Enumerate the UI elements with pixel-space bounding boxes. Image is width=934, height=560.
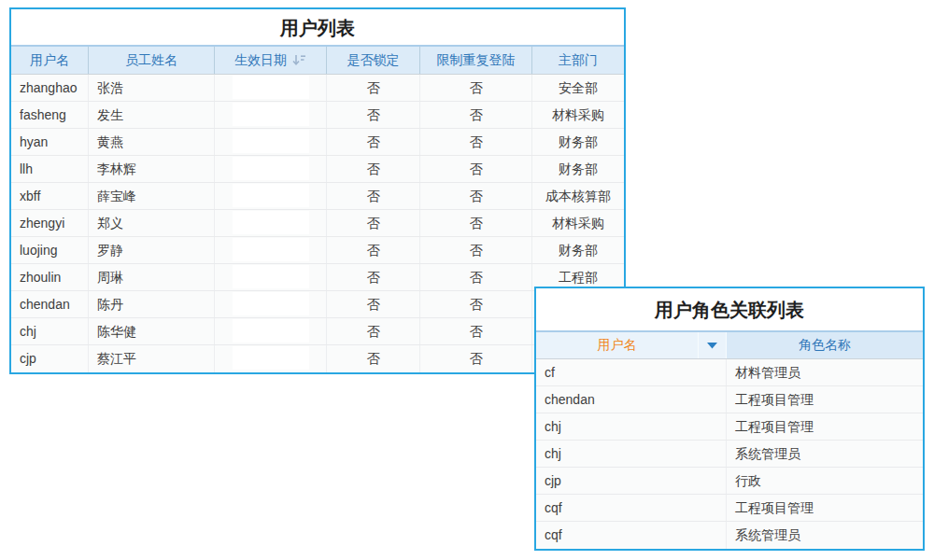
cell-effective-date	[215, 210, 327, 236]
cell-restrict-login: 否	[420, 237, 532, 263]
cell-effective-date	[215, 237, 327, 263]
cell-restrict-login: 否	[420, 210, 532, 236]
column-header-is-locked[interactable]: 是否锁定	[327, 47, 420, 74]
cell-department: 财务部	[532, 237, 624, 263]
cell-department: 材料采购	[532, 102, 624, 128]
cell-employee-name: 陈丹	[89, 291, 215, 317]
column-header-username-filtered[interactable]: 用户名	[536, 332, 699, 358]
user-list-header-row: 用户名 员工姓名 生效日期 是否锁定 限制重复登陆 主部门	[11, 45, 624, 75]
cell-employee-name: 李林辉	[89, 156, 215, 182]
cell-restrict-login: 否	[420, 183, 532, 209]
user-list-title: 用户列表	[11, 9, 624, 45]
date-input[interactable]	[233, 265, 309, 288]
table-row[interactable]: hyan 黄燕 否 否 财务部	[11, 129, 624, 156]
date-input[interactable]	[233, 292, 309, 315]
date-input[interactable]	[233, 76, 309, 99]
cell-username: fasheng	[11, 102, 89, 128]
cell-restrict-login: 否	[420, 102, 532, 128]
date-input[interactable]	[233, 211, 309, 234]
cell-effective-date	[215, 156, 327, 182]
date-input[interactable]	[233, 346, 309, 370]
cell-employee-name: 陈华健	[89, 318, 215, 344]
cell-username: zhanghao	[11, 75, 89, 101]
table-row[interactable]: zhoulin 周琳 否 否 工程部	[11, 264, 624, 291]
table-row[interactable]: chendan 陈丹 否 否	[11, 291, 624, 318]
filter-dropdown-button[interactable]	[699, 332, 727, 358]
chevron-down-icon	[707, 343, 717, 349]
cell-employee-name: 黄燕	[89, 129, 215, 155]
cell-username: chj	[536, 413, 727, 440]
table-row[interactable]: fasheng 发生 否 否 材料采购	[11, 102, 624, 129]
cell-username: cf	[536, 359, 727, 385]
cell-username: chj	[11, 318, 89, 344]
cell-effective-date	[215, 129, 327, 155]
cell-restrict-login: 否	[420, 264, 532, 290]
cell-username: chj	[536, 441, 727, 467]
cell-is-locked: 否	[327, 102, 420, 128]
column-header-username[interactable]: 用户名	[11, 47, 89, 74]
cell-restrict-login: 否	[420, 318, 532, 344]
table-row[interactable]: zhanghao 张浩 否 否 安全部	[11, 75, 624, 102]
cell-username: cqf	[536, 495, 727, 521]
cell-restrict-login: 否	[420, 291, 532, 317]
cell-restrict-login: 否	[420, 75, 532, 101]
date-input[interactable]	[233, 157, 309, 180]
cell-department: 材料采购	[532, 210, 624, 236]
column-header-role-name[interactable]: 角色名称	[727, 332, 923, 358]
cell-username: cjp	[536, 468, 727, 494]
table-row[interactable]: chj 工程项目管理	[536, 413, 923, 441]
cell-username: luojing	[11, 237, 89, 263]
table-row[interactable]: xbff 薛宝峰 否 否 成本核算部	[11, 183, 624, 210]
column-header-employee-name[interactable]: 员工姓名	[89, 47, 215, 74]
user-role-relation-title: 用户角色关联列表	[536, 288, 923, 330]
table-row[interactable]: llh 李林辉 否 否 财务部	[11, 156, 624, 183]
cell-effective-date	[215, 264, 327, 290]
cell-employee-name: 周琳	[89, 264, 215, 290]
cell-effective-date	[215, 75, 327, 101]
date-input[interactable]	[233, 103, 309, 126]
cell-role-name: 工程项目管理	[727, 413, 923, 440]
cell-username: cqf	[536, 522, 727, 549]
table-row[interactable]: zhengyi 郑义 否 否 材料采购	[11, 210, 624, 237]
column-header-label: 生效日期	[234, 52, 287, 67]
cell-is-locked: 否	[327, 156, 420, 182]
cell-role-name: 系统管理员	[727, 522, 923, 549]
table-row[interactable]: cjp 行政	[536, 468, 923, 495]
table-row[interactable]: cjp 蔡江平 否 否	[11, 345, 624, 372]
cell-is-locked: 否	[327, 75, 420, 101]
table-row[interactable]: cf 材料管理员	[536, 359, 923, 386]
cell-username: zhengyi	[11, 210, 89, 236]
date-input[interactable]	[233, 319, 309, 343]
cell-department: 财务部	[532, 129, 624, 155]
table-row[interactable]: luojing 罗静 否 否 财务部	[11, 237, 624, 264]
column-header-restrict-duplicate-login[interactable]: 限制重复登陆	[420, 47, 532, 74]
column-header-main-department[interactable]: 主部门	[532, 47, 624, 74]
date-input[interactable]	[233, 238, 309, 261]
table-row[interactable]: chj 陈华健 否 否	[11, 318, 624, 345]
cell-department: 财务部	[532, 156, 624, 182]
table-row[interactable]: cqf 工程项目管理	[536, 495, 923, 522]
cell-is-locked: 否	[327, 291, 420, 317]
cell-employee-name: 张浩	[89, 75, 215, 101]
table-row[interactable]: chj 系统管理员	[536, 441, 923, 468]
cell-role-name: 系统管理员	[727, 441, 923, 467]
user-list-panel: 用户列表 用户名 员工姓名 生效日期 是否锁定 限制重复登陆 主部门 zhang…	[9, 7, 626, 374]
cell-username: llh	[11, 156, 89, 182]
cell-department: 安全部	[532, 75, 624, 101]
role-list-header-row: 用户名 角色名称	[536, 330, 923, 359]
date-input[interactable]	[233, 184, 309, 207]
cell-employee-name: 蔡江平	[89, 345, 215, 372]
cell-employee-name: 郑义	[89, 210, 215, 236]
date-input[interactable]	[233, 130, 309, 153]
cell-role-name: 工程项目管理	[727, 386, 923, 413]
cell-is-locked: 否	[327, 264, 420, 290]
table-row[interactable]: cqf 系统管理员	[536, 522, 923, 549]
cell-role-name: 行政	[727, 468, 923, 494]
column-header-effective-date[interactable]: 生效日期	[215, 47, 327, 74]
table-row[interactable]: chendan 工程项目管理	[536, 386, 923, 413]
cell-effective-date	[215, 102, 327, 128]
sort-ascending-icon[interactable]	[292, 54, 306, 66]
cell-restrict-login: 否	[420, 156, 532, 182]
cell-effective-date	[215, 345, 327, 372]
cell-effective-date	[215, 183, 327, 209]
